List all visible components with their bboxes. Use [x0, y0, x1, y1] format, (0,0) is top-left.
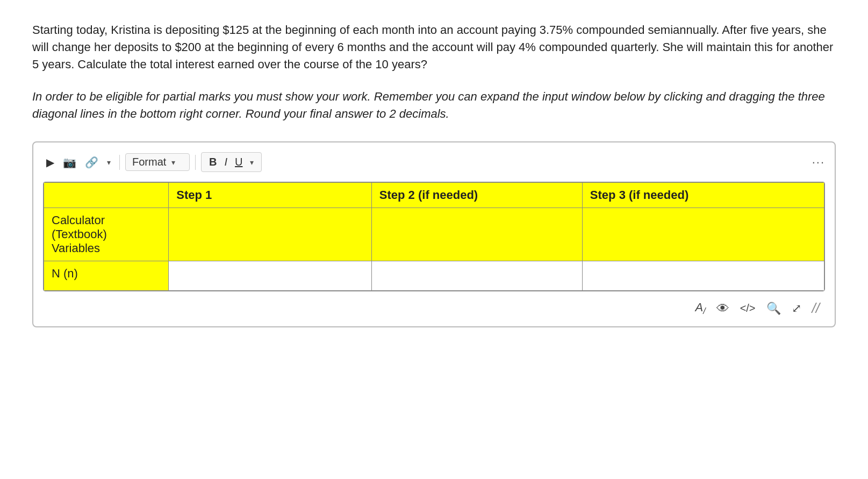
- chevron-down-icon: ▾: [107, 158, 111, 167]
- answer-table: Step 1 Step 2 (if needed) Step 3 (if nee…: [44, 182, 824, 291]
- eye-icon[interactable]: 👁: [716, 301, 729, 316]
- resize-icon[interactable]: //: [812, 300, 820, 317]
- row2-label: N (n): [44, 261, 169, 291]
- play-icon: ▶: [46, 156, 54, 169]
- format-label: Format: [132, 156, 166, 168]
- code-icon[interactable]: </>: [740, 302, 756, 314]
- row2-step3[interactable]: [582, 261, 824, 291]
- format-dropdown[interactable]: Format ▾: [125, 153, 190, 171]
- col4-header: Step 3 (if needed): [582, 183, 824, 208]
- toolbar-left-group: ▶ 📷 🔗 ▾: [43, 155, 114, 170]
- biu-chevron-icon: ▾: [250, 158, 254, 167]
- row1-step1[interactable]: [169, 208, 372, 261]
- row1-label: Calculator (Textbook) Variables: [44, 208, 169, 261]
- bold-icon: B: [209, 156, 217, 168]
- table-row: Calculator (Textbook) Variables: [44, 208, 824, 261]
- search-replace-icon[interactable]: 🔍: [766, 302, 781, 316]
- more-icon: ···: [812, 155, 825, 169]
- camera-button[interactable]: 📷: [60, 155, 80, 170]
- play-button[interactable]: ▶: [43, 155, 58, 170]
- biu-dropdown-button[interactable]: ▾: [247, 157, 257, 168]
- italic-icon: I: [224, 156, 227, 168]
- biu-group: B I U ▾: [201, 152, 262, 172]
- format-chevron-icon: ▾: [171, 158, 175, 167]
- italic-button[interactable]: I: [221, 155, 231, 169]
- row1-step2[interactable]: [371, 208, 582, 261]
- underline-button[interactable]: U: [232, 155, 246, 169]
- toolbar-dropdown-arrow[interactable]: ▾: [104, 157, 114, 168]
- link-button[interactable]: 🔗: [82, 155, 102, 170]
- table-row: N (n): [44, 261, 824, 291]
- toolbar-divider-1: [119, 155, 120, 170]
- row2-step2[interactable]: [371, 261, 582, 291]
- link-icon: 🔗: [85, 156, 98, 169]
- toolbar: ▶ 📷 🔗 ▾ Format ▾ B I: [43, 152, 825, 172]
- bold-button[interactable]: B: [206, 155, 220, 169]
- camera-icon: 📷: [63, 156, 76, 169]
- toolbar-divider-2: [195, 155, 196, 170]
- col2-header: Step 1: [169, 183, 372, 208]
- spellcheck-icon[interactable]: A/: [695, 301, 705, 316]
- problem-text: Starting today, Kristina is depositing $…: [32, 22, 836, 73]
- expand-icon[interactable]: ⤢: [792, 302, 801, 316]
- underline-icon: U: [235, 156, 242, 168]
- col3-header: Step 2 (if needed): [371, 183, 582, 208]
- table-wrapper: Step 1 Step 2 (if needed) Step 3 (if nee…: [43, 182, 825, 291]
- more-button[interactable]: ···: [812, 155, 825, 169]
- col1-header: [44, 183, 169, 208]
- row1-step3[interactable]: [582, 208, 824, 261]
- bottom-toolbar: A/ 👁 </> 🔍 ⤢ //: [43, 300, 825, 317]
- instruction-text: In order to be eligible for partial mark…: [32, 88, 836, 123]
- editor-container: ▶ 📷 🔗 ▾ Format ▾ B I: [32, 141, 836, 327]
- row2-step1[interactable]: [169, 261, 372, 291]
